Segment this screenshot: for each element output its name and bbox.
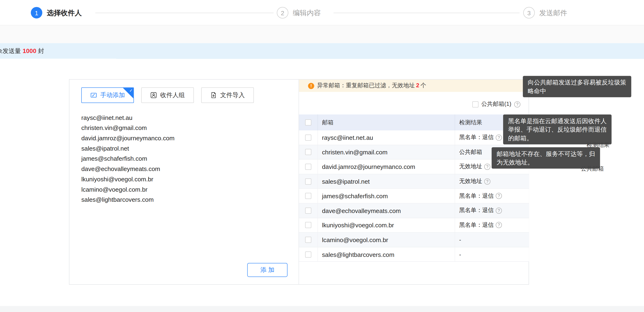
email-line: sales@ipatrol.net: [81, 143, 174, 153]
row-result: -: [459, 237, 461, 243]
step-3-label: 发送邮件: [539, 8, 567, 17]
quota-banner: 余发送量1000封: [0, 43, 644, 59]
add-method-tabs: 手动添加 ✓ 收件人组: [81, 87, 254, 103]
step-connector: [95, 13, 274, 13]
table-row: lkuniyoshi@voegol.com.br 黑名单：退信?: [299, 218, 529, 233]
step-2-label: 编辑内容: [293, 8, 321, 17]
email-line: david.jamroz@journeymanco.com: [81, 133, 174, 143]
quota-prefix: 余发送量: [0, 47, 21, 54]
table-row: lcamino@voegol.com.br -?: [299, 233, 529, 247]
header-check-cell: [299, 114, 318, 130]
check-icon: ✓: [129, 88, 133, 93]
help-icon[interactable]: ?: [496, 222, 502, 228]
check-results-table: 邮箱 检测结果 raysc@iinet.net.au 黑名单：退信? chris…: [299, 114, 529, 262]
select-all-checkbox[interactable]: [305, 119, 311, 125]
row-checkbox[interactable]: [305, 193, 311, 199]
table-header: 邮箱 检测结果: [299, 114, 529, 130]
row-checkbox[interactable]: [305, 134, 311, 141]
step-select-recipients[interactable]: 1 选择收件人: [31, 0, 82, 25]
warning-text: 异常邮箱：重复邮箱已过滤，无效地址2个: [317, 82, 426, 89]
email-line: raysc@iinet.net.au: [81, 112, 174, 123]
row-email: lcamino@voegol.com.br: [318, 233, 455, 247]
bottom-strip: [0, 306, 644, 312]
add-recipients-pane: 手动添加 ✓ 收件人组: [70, 79, 299, 284]
invalid-count: 2: [416, 82, 419, 89]
row-checkbox[interactable]: [305, 164, 311, 170]
tooltip-blacklist: 黑名单是指在云邮通发送后因收件人举报、手动退订、反垃圾邮件而退信的邮箱。: [503, 114, 612, 144]
tab-manual-add[interactable]: 手动添加 ✓: [81, 87, 134, 103]
tab-recipient-group[interactable]: 收件人组: [142, 87, 194, 103]
row-result: 无效地址: [459, 163, 482, 170]
email-line: lkuniyoshi@voegol.com.br: [81, 174, 174, 184]
table-row: sales@ipatrol.net 无效地址?: [299, 174, 529, 189]
step-connector: [334, 13, 520, 13]
tab-recipient-group-label: 收件人组: [160, 91, 185, 99]
add-button[interactable]: 添 加: [247, 263, 288, 277]
step-send-mail[interactable]: 3 发送邮件: [523, 0, 567, 25]
row-email: raysc@iinet.net.au: [318, 130, 455, 144]
row-checkbox[interactable]: [305, 251, 311, 257]
header-email: 邮箱: [318, 114, 455, 130]
help-icon[interactable]: ?: [484, 164, 490, 170]
recipients-card: 手动添加 ✓ 收件人组: [69, 79, 529, 285]
step-2-number: 2: [277, 7, 288, 18]
check-results-pane: ! 异常邮箱：重复邮箱已过滤，无效地址2个 公共邮箱(1) ? 邮箱 检测结果: [299, 79, 529, 284]
table-row: raysc@iinet.net.au 黑名单：退信?: [299, 130, 529, 145]
row-email: sales@ipatrol.net: [318, 174, 455, 188]
table-row: james@schaferfish.com 黑名单：退信?: [299, 189, 529, 203]
row-checkbox[interactable]: [305, 149, 311, 155]
public-mailbox-checkbox[interactable]: [472, 101, 478, 107]
email-line: dave@echovalleymeats.com: [81, 164, 174, 174]
table-row: dave@echovalleymeats.com 黑名单：退信?: [299, 203, 529, 218]
help-icon[interactable]: ?: [496, 134, 502, 141]
row-email: lkuniyoshi@voegol.com.br: [318, 218, 455, 232]
row-email: christen.vin@gmail.com: [318, 145, 455, 159]
email-input-area[interactable]: raysc@iinet.net.au christen.vin@gmail.co…: [81, 112, 174, 205]
row-email: sales@lightbarcovers.com: [318, 247, 455, 261]
quota-unit: 封: [38, 47, 44, 54]
step-edit-content[interactable]: 2 编辑内容: [277, 0, 321, 25]
step-3-number: 3: [523, 7, 535, 18]
help-icon[interactable]: ?: [484, 178, 490, 184]
row-checkbox[interactable]: [305, 207, 311, 214]
file-import-icon: [210, 92, 217, 98]
row-checkbox[interactable]: [305, 178, 311, 184]
step-1-number: 1: [31, 7, 42, 18]
warning-post: 个: [420, 82, 426, 89]
stepper: 1 选择收件人 2 编辑内容 3 发送邮件: [0, 0, 644, 25]
step-1-label: 选择收件人: [47, 8, 82, 17]
email-line: christen.vin@gmail.com: [81, 123, 174, 133]
row-email: dave@echovalleymeats.com: [318, 203, 455, 218]
row-result: 黑名单：退信: [459, 192, 494, 200]
quota-count: 1000: [22, 47, 36, 54]
warning-banner: ! 异常邮箱：重复邮箱已过滤，无效地址2个: [299, 79, 529, 92]
spacer-strip: [0, 26, 644, 43]
email-line: lcamino@voegol.com.br: [81, 184, 174, 195]
row-result: 公共邮箱: [459, 148, 482, 156]
tooltip-public-mailbox: 向公共邮箱发送过多容易被反垃圾策略命中: [523, 76, 631, 97]
warning-icon: !: [308, 83, 314, 89]
email-line: sales@lightbarcovers.com: [81, 195, 174, 205]
email-line: james@schaferfish.com: [81, 153, 174, 164]
row-email: david.jamroz@journeymanco.com: [318, 160, 455, 174]
help-icon[interactable]: ?: [496, 207, 502, 214]
recipient-group-icon: [150, 92, 157, 98]
public-mailbox-filter: 公共邮箱(1) ?: [472, 100, 520, 108]
row-checkbox[interactable]: [305, 237, 311, 243]
tab-file-import[interactable]: 文件导入: [201, 87, 254, 103]
tab-manual-add-label: 手动添加: [100, 91, 125, 99]
row-email: james@schaferfish.com: [318, 189, 455, 203]
public-mailbox-label: 公共邮箱(1): [481, 100, 511, 108]
help-icon[interactable]: ?: [514, 101, 520, 107]
row-checkbox[interactable]: [305, 222, 311, 228]
row-result: 黑名单：退信: [459, 134, 494, 141]
help-icon[interactable]: ?: [496, 193, 502, 199]
page: 1 选择收件人 2 编辑内容 3 发送邮件 余发送量1000封: [0, 0, 644, 312]
table-row: sales@lightbarcovers.com -?: [299, 247, 529, 262]
tab-file-import-label: 文件导入: [220, 91, 245, 99]
manual-add-icon: [90, 92, 97, 98]
tooltip-invalid-address: 邮箱地址不存在、服务不可达等，归为无效地址。: [492, 147, 600, 169]
quota-text: 余发送量1000封: [0, 47, 44, 55]
row-result: -: [459, 251, 461, 258]
warning-pre: 异常邮箱：重复邮箱已过滤，无效地址: [317, 82, 415, 89]
